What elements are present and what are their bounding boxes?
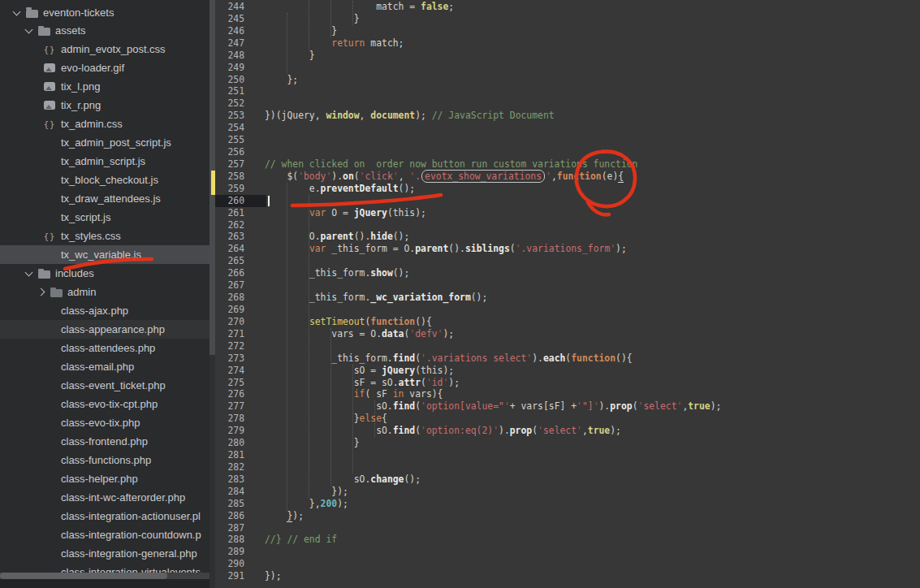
file-item-evo-loader.gif[interactable]: evo-loader.gif: [0, 58, 209, 77]
file-item-tx_admin_script.js[interactable]: tx_admin_script.js: [0, 152, 209, 171]
file-item-class-integration-general.php[interactable]: class-integration-general.php: [0, 544, 209, 563]
code-line-280[interactable]: 280 }: [215, 437, 920, 449]
code-line-252[interactable]: 252: [215, 97, 920, 110]
file-item-tx_draw_attendees.js[interactable]: tx_draw_attendees.js: [0, 189, 209, 208]
chevron-down-icon[interactable]: [10, 11, 23, 15]
file-item-tx_admin.css[interactable]: {}tx_admin.css: [0, 115, 209, 133]
file-item-class-appearance.php[interactable]: class-appearance.php: [0, 320, 209, 339]
file-item-class-event_ticket.php[interactable]: class-event_ticket.php: [0, 376, 209, 395]
sidebar-hscrollbar-thumb[interactable]: [0, 573, 167, 579]
code-line-253[interactable]: 253})(jQuery, window, document); // Java…: [215, 110, 920, 122]
folder-item-includes[interactable]: includes: [0, 264, 209, 283]
code-line-278[interactable]: 278 }else{: [215, 413, 920, 425]
line-number: 262: [215, 219, 244, 231]
code-token: true: [688, 400, 710, 412]
file-item-class-integration-actionuser.pl[interactable]: class-integration-actionuser.pl: [0, 507, 209, 525]
code-line-260[interactable]: 260: [215, 195, 920, 207]
code-line-246[interactable]: 246 }: [215, 25, 920, 37]
code-line-274[interactable]: 274 sO = jQuery(this);: [215, 365, 920, 377]
file-item-class-ajax.php[interactable]: class-ajax.php: [0, 301, 209, 320]
folder-item-eventon-tickets[interactable]: eventon-tickets: [0, 3, 209, 22]
file-item-tx_wc_variable.js[interactable]: tx_wc_variable.js: [0, 245, 209, 264]
code-line-285[interactable]: 285 },200);: [215, 498, 920, 510]
chevron-down-icon[interactable]: [22, 28, 35, 32]
code-line-282[interactable]: 282: [215, 461, 920, 473]
code-line-265[interactable]: 265: [215, 255, 920, 267]
code-token: ': [426, 377, 432, 388]
file-label: class-ajax.php: [58, 305, 128, 317]
code-line-281[interactable]: 281: [215, 449, 920, 461]
code-line-287[interactable]: 287: [215, 522, 920, 534]
file-item-tx_admin_post_script.js[interactable]: tx_admin_post_script.js: [0, 133, 209, 152]
file-item-tix_r.png[interactable]: tix_r.png: [0, 96, 209, 115]
code-line-255[interactable]: 255: [215, 134, 920, 146]
code-line-250[interactable]: 250 };: [215, 74, 920, 86]
line-number: 291: [215, 570, 244, 582]
code-line-272[interactable]: 272: [215, 340, 920, 352]
code-line-264[interactable]: 264 var _this_form = O.parent().siblings…: [215, 243, 920, 255]
chevron-down-icon[interactable]: [22, 271, 35, 275]
file-item-class-email.php[interactable]: class-email.php: [0, 357, 209, 376]
code-line-248[interactable]: 248 }: [215, 50, 920, 62]
folder-item-assets[interactable]: assets: [0, 21, 209, 40]
code-token: _wc_variation_form: [370, 292, 470, 303]
line-number: 252: [215, 97, 244, 110]
code-token: );: [292, 510, 304, 521]
file-label: tix_l.png: [58, 80, 100, 93]
code-line-258[interactable]: 258 $('body').on('click', '.evotx_show_v…: [215, 171, 920, 183]
file-item-class-evo-tix.php[interactable]: class-evo-tix.php: [0, 413, 209, 432]
code-line-286[interactable]: 286 });: [215, 510, 920, 522]
code-line-269[interactable]: 269: [215, 304, 920, 316]
file-item-class-attendees.php[interactable]: class-attendees.php: [0, 339, 209, 357]
file-label: class-attendees.php: [58, 342, 155, 354]
code-line-291[interactable]: 291});: [215, 570, 920, 582]
code-line-244[interactable]: 244 match = false;: [215, 1, 920, 13]
code-line-254[interactable]: 254: [215, 122, 920, 134]
file-item-tx_script.js[interactable]: tx_script.js: [0, 208, 209, 227]
file-item-admin_evotx_post.css[interactable]: {}admin_evotx_post.css: [0, 40, 209, 58]
code-line-245[interactable]: 245 }: [215, 13, 920, 25]
chevron-right-icon[interactable]: [34, 289, 47, 295]
file-item-class-int-wc-afterorder.php[interactable]: class-int-wc-afterorder.php: [0, 488, 209, 507]
code-line-268[interactable]: 268 _this_form._wc_variation_form();: [215, 292, 920, 304]
code-line-273[interactable]: 273 _this_form.find('.variations select'…: [215, 352, 920, 365]
file-item-tx_block_checkout.js[interactable]: tx_block_checkout.js: [0, 171, 209, 189]
code-line-288[interactable]: 288//} // end if: [215, 534, 920, 546]
code-line-251[interactable]: 251: [215, 85, 920, 97]
code-line-247[interactable]: 247 return match;: [215, 37, 920, 50]
file-item-class-helper.php[interactable]: class-helper.php: [0, 469, 209, 488]
file-explorer[interactable]: eventon-ticketsassets{}admin_evotx_post.…: [0, 0, 209, 588]
code-line-271[interactable]: 271 vars = O.data('defv');: [215, 328, 920, 340]
code-line-275[interactable]: 275 sF = sO.attr('id');: [215, 377, 920, 389]
code-line-263[interactable]: 263 O.parent().hide();: [215, 231, 920, 243]
file-item-tix_l.png[interactable]: tix_l.png: [0, 77, 209, 96]
code-line-289[interactable]: 289: [215, 546, 920, 558]
code-line-279[interactable]: 279 sO.find('option:eq(2)').prop('select…: [215, 425, 920, 437]
code-line-267[interactable]: 267: [215, 279, 920, 292]
code-line-266[interactable]: 266 _this_form.show();: [215, 267, 920, 279]
code-line-259[interactable]: 259 e.preventDefault();: [215, 183, 920, 195]
code-line-283[interactable]: 283 sO.change();: [215, 473, 920, 486]
line-number: 275: [215, 377, 244, 389]
file-item-class-integration-countdown.p[interactable]: class-integration-countdown.p: [0, 525, 209, 544]
code-line-249[interactable]: 249: [215, 62, 920, 74]
line-number: 287: [215, 522, 244, 534]
code-line-284[interactable]: 284 });: [215, 486, 920, 498]
file-item-class-functions.php[interactable]: class-functions.php: [0, 451, 209, 469]
folder-item-admin[interactable]: admin: [0, 283, 209, 301]
code-line-261[interactable]: 261 var O = jQuery(this);: [215, 207, 920, 219]
code-line-276[interactable]: 276 if( sF in vars){: [215, 388, 920, 400]
code-token: );: [443, 328, 454, 339]
code-line-262[interactable]: 262: [215, 219, 920, 231]
code-text: sF = sO.attr('id');: [265, 377, 460, 389]
file-item-class-frontend.php[interactable]: class-frontend.php: [0, 432, 209, 451]
code-token: prop: [510, 425, 532, 436]
file-item-class-evo-tix-cpt.php[interactable]: class-evo-tix-cpt.php: [0, 395, 209, 413]
code-line-270[interactable]: 270 setTimeout(function(){: [215, 316, 920, 328]
code-line-277[interactable]: 277 sO.find('option[value="'+ vars[sF] +…: [215, 400, 920, 413]
code-line-290[interactable]: 290: [215, 558, 920, 570]
code-line-256[interactable]: 256: [215, 146, 920, 158]
code-editor[interactable]: 244 match = false;245 }246 }247 return m…: [215, 0, 920, 588]
code-line-257[interactable]: 257// when clicked on order now button r…: [215, 158, 920, 171]
file-item-tx_styles.css[interactable]: {}tx_styles.css: [0, 227, 209, 245]
